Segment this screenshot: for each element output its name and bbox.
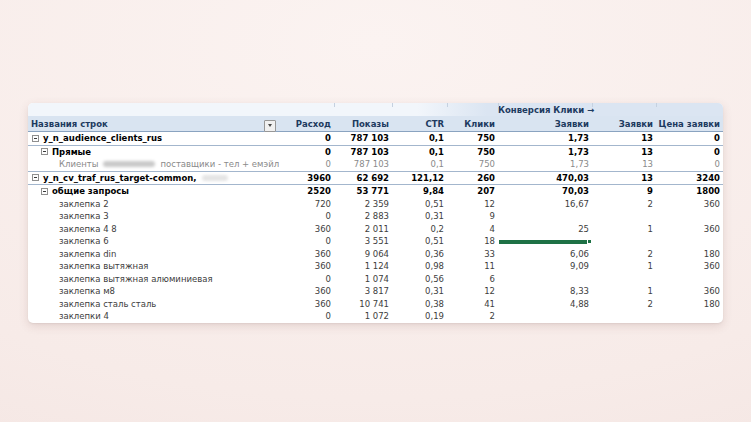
cell[interactable]: 1 xyxy=(592,260,656,273)
cell[interactable]: 0 xyxy=(656,146,723,159)
cell[interactable]: 41 xyxy=(447,298,498,311)
cell[interactable]: 787 103 xyxy=(334,132,392,145)
cell[interactable]: 12 xyxy=(447,285,498,298)
cell[interactable]: 9,09 xyxy=(498,260,592,273)
collapse-minus-icon[interactable] xyxy=(41,188,48,195)
cell[interactable]: 1 xyxy=(592,223,656,236)
cell[interactable]: 1,73 xyxy=(498,158,592,171)
row-label[interactable]: заклепка сталь сталь xyxy=(28,298,280,311)
cell[interactable]: 0,51 xyxy=(392,198,447,211)
cell[interactable]: 11 xyxy=(447,260,498,273)
cell[interactable]: 9 xyxy=(447,210,498,223)
cell[interactable]: 0 xyxy=(280,235,334,248)
cell[interactable]: 0 xyxy=(280,210,334,223)
cell[interactable]: 360 xyxy=(280,260,334,273)
cell[interactable]: 1 xyxy=(592,285,656,298)
row-label[interactable]: заклепка 3 xyxy=(28,210,280,223)
cell[interactable]: 2 xyxy=(592,298,656,311)
cell[interactable]: 2 xyxy=(592,248,656,261)
cell[interactable]: 180 xyxy=(656,248,723,261)
cell[interactable]: 62 692 xyxy=(334,172,392,185)
cell[interactable]: 1 124 xyxy=(334,260,392,273)
cell[interactable]: 0,1 xyxy=(392,146,447,159)
cell[interactable]: 1 074 xyxy=(334,273,392,286)
column-header-ctr[interactable]: CTR xyxy=(392,119,447,129)
cell[interactable]: 12 xyxy=(447,198,498,211)
collapse-minus-icon[interactable] xyxy=(32,174,39,181)
cell[interactable]: 0,31 xyxy=(392,210,447,223)
cell[interactable]: 0 xyxy=(280,310,334,323)
cell[interactable]: 10 741 xyxy=(334,298,392,311)
column-header-leads-conversion[interactable]: Заявки xyxy=(498,119,592,129)
cell[interactable]: 360 xyxy=(656,285,723,298)
cell[interactable]: 4 xyxy=(447,223,498,236)
cell[interactable]: 1 072 xyxy=(334,310,392,323)
cell[interactable]: 2 xyxy=(447,310,498,323)
cell[interactable]: 0,38 xyxy=(392,298,447,311)
row-label[interactable]: заклепка м8 xyxy=(28,285,280,298)
cell[interactable]: 750 xyxy=(447,132,498,145)
cell[interactable]: 3 817 xyxy=(334,285,392,298)
row-label[interactable]: заклепка 2 xyxy=(28,198,280,211)
cell[interactable]: 360 xyxy=(656,198,723,211)
row-label[interactable]: общие запросы xyxy=(28,185,280,198)
row-label[interactable]: Клиентыпоставщики - тел + емэйл xyxy=(28,158,280,171)
conversion-group-header[interactable]: Конверсия Клики → xyxy=(498,105,592,115)
column-header-clicks[interactable]: Клики xyxy=(447,119,498,129)
cell[interactable]: 6,06 xyxy=(498,248,592,261)
cell[interactable]: 207 xyxy=(447,185,498,198)
row-labels-header[interactable]: Названия строк xyxy=(28,119,280,129)
cell[interactable]: 787 103 xyxy=(334,158,392,171)
cell[interactable]: 360 xyxy=(280,223,334,236)
cell[interactable]: 0,1 xyxy=(392,132,447,145)
column-header-impressions[interactable]: Показы xyxy=(334,119,392,129)
cell[interactable]: 2 359 xyxy=(334,198,392,211)
cell[interactable]: 9 064 xyxy=(334,248,392,261)
cell[interactable]: 0 xyxy=(280,273,334,286)
cell[interactable]: 360 xyxy=(280,285,334,298)
cell[interactable]: 360 xyxy=(280,248,334,261)
column-header-spend[interactable]: Расход xyxy=(280,119,334,129)
row-label[interactable]: заклепка 6 xyxy=(28,235,280,248)
cell[interactable]: 0,56 xyxy=(392,273,447,286)
cell[interactable]: 0 xyxy=(280,158,334,171)
cell[interactable]: 1,73 xyxy=(498,132,592,145)
cell[interactable]: 0,51 xyxy=(392,235,447,248)
cell[interactable]: 13 xyxy=(592,146,656,159)
cell[interactable]: 3 551 xyxy=(334,235,392,248)
row-label[interactable]: заклепки 4 xyxy=(28,310,280,323)
cell[interactable]: 33 xyxy=(447,248,498,261)
cell[interactable]: 3960 xyxy=(280,172,334,185)
cell[interactable]: 0,2 xyxy=(392,223,447,236)
cell[interactable]: 8,33 xyxy=(498,285,592,298)
cell[interactable]: 720 xyxy=(280,198,334,211)
cell[interactable]: 360 xyxy=(656,260,723,273)
cell[interactable]: 9 xyxy=(592,185,656,198)
cell[interactable]: 0 xyxy=(280,146,334,159)
row-label[interactable]: заклепка вытяжная xyxy=(28,260,280,273)
cell[interactable]: 180 xyxy=(656,298,723,311)
cell[interactable]: 1,73 xyxy=(498,146,592,159)
row-label[interactable]: заклепка вытяжная алюминиевая xyxy=(28,273,280,286)
cell[interactable]: 13 xyxy=(592,158,656,171)
cell[interactable]: 787 103 xyxy=(334,146,392,159)
cell[interactable]: 70,03 xyxy=(498,185,592,198)
column-header-leads[interactable]: Заявки xyxy=(592,119,656,129)
cell[interactable]: 2 883 xyxy=(334,210,392,223)
cell[interactable]: 260 xyxy=(447,172,498,185)
cell[interactable]: 2 011 xyxy=(334,223,392,236)
cell[interactable]: 360 xyxy=(280,298,334,311)
cell[interactable]: 0 xyxy=(280,132,334,145)
cell[interactable]: 121,12 xyxy=(392,172,447,185)
collapse-minus-icon[interactable] xyxy=(32,135,39,142)
cell[interactable]: 2520 xyxy=(280,185,334,198)
cell[interactable]: 18 xyxy=(447,235,498,248)
filter-dropdown-button[interactable] xyxy=(264,120,276,132)
row-label[interactable]: заклепка 4 8 xyxy=(28,223,280,236)
cell[interactable]: 9,84 xyxy=(392,185,447,198)
cell[interactable]: 16,67 xyxy=(498,198,592,211)
cell[interactable]: 360 xyxy=(656,223,723,236)
row-label[interactable]: Прямые xyxy=(28,146,280,159)
row-label[interactable]: заклепка din xyxy=(28,248,280,261)
cell[interactable]: 0,19 xyxy=(392,310,447,323)
